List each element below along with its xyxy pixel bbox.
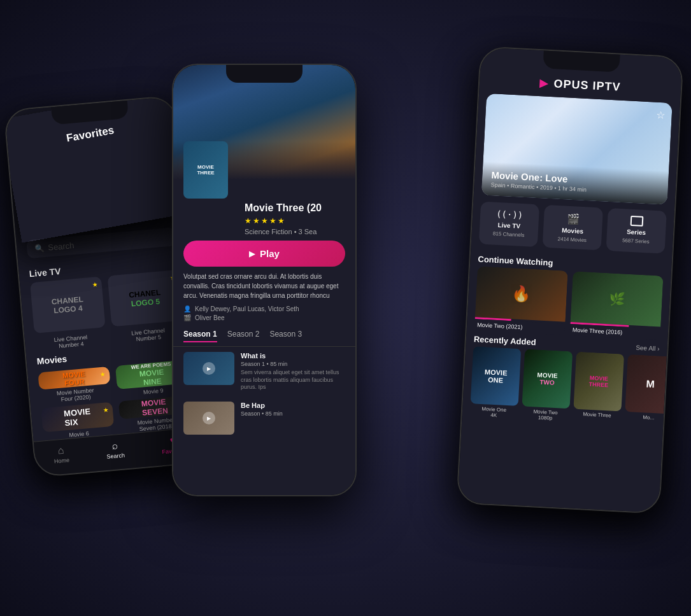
continue-card-1[interactable]: 🔥 Movie Two (2021) bbox=[474, 266, 568, 335]
play-icon: ▶ bbox=[249, 249, 255, 258]
recent-label-3: Movie Three bbox=[573, 411, 621, 419]
recent-card-4[interactable]: M Mo... bbox=[624, 354, 667, 427]
series-icon bbox=[630, 216, 644, 227]
movie-one-text: MOVIEONE bbox=[484, 368, 508, 384]
season-1-tab[interactable]: Season 1 bbox=[183, 330, 217, 342]
cat-movies-count: 2414 Movies bbox=[557, 236, 587, 243]
cat-live-tv[interactable]: ((·)) Live TV 815 Channels bbox=[479, 202, 539, 248]
ep-play-icon-1: ▶ bbox=[203, 362, 215, 375]
fire-icon: 🔥 bbox=[511, 284, 531, 304]
favorites-title: Favorites bbox=[66, 124, 115, 144]
search-nav-icon: ⌕ bbox=[111, 440, 119, 452]
fire-thumb: 🔥 bbox=[475, 266, 568, 321]
screen-center: MOVIETHREE Movie Three (20 ★ ★ ★ ★ ★ Sci… bbox=[173, 65, 355, 495]
director-text: Oliver Bee bbox=[195, 314, 225, 321]
recent-label-4: Mo... bbox=[625, 414, 667, 422]
movie-thumb-bg: MOVIETHREE bbox=[183, 141, 228, 199]
movie-m-thumb: M bbox=[625, 354, 667, 414]
nav-home[interactable]: ⌂ Home bbox=[53, 444, 70, 465]
stars-row: ★ ★ ★ ★ ★ bbox=[245, 216, 345, 225]
continue-watching-row: 🔥 Movie Two (2021) 🌿 Movie Three (2016) bbox=[467, 266, 671, 340]
channel-card-4[interactable]: ★ CHANEL LOGO 4 bbox=[30, 276, 106, 333]
season-3-tab[interactable]: Season 3 bbox=[269, 330, 302, 342]
recent-label-2: Movie Two1080p bbox=[521, 408, 569, 422]
star4: ★ bbox=[269, 216, 276, 225]
movie-description: Volutpat sed cras ornare arcu dui. At lo… bbox=[183, 272, 345, 300]
phone-opus: ▶ OPUS IPTV Movie One: Love Spain • Roma… bbox=[456, 46, 683, 514]
person-icon: 👤 bbox=[183, 305, 191, 312]
search-placeholder-text: Search bbox=[48, 241, 75, 253]
star5: ★ bbox=[278, 216, 285, 225]
movie-thumb: MOVIETHREE bbox=[183, 141, 228, 199]
recent-card-3[interactable]: MOVIETHREE Movie Three bbox=[573, 352, 624, 425]
ep-play-icon-2: ▶ bbox=[203, 412, 215, 424]
ep-info-2: Be Hap Season • 85 min bbox=[241, 402, 345, 417]
search-icon: 🔍 bbox=[34, 244, 45, 253]
aerial-thumb: 🌿 bbox=[571, 271, 664, 326]
screen-right: ▶ OPUS IPTV Movie One: Love Spain • Roma… bbox=[457, 47, 682, 513]
recently-added-title: Recently Added bbox=[474, 334, 536, 347]
star-movie4: ★ bbox=[100, 370, 106, 378]
movie-seven-text: MOVIESEVEN bbox=[141, 397, 168, 417]
ep-meta-2: Season • 85 min bbox=[241, 410, 345, 417]
movies-icon: 🎬 bbox=[567, 213, 580, 225]
recent-card-1[interactable]: MOVIEONE Movie One4K bbox=[470, 346, 522, 419]
ep-title-2: Be Hap bbox=[241, 402, 345, 409]
season-2-tab[interactable]: Season 2 bbox=[227, 330, 260, 342]
season-tabs: Season 1 Season 2 Season 3 bbox=[173, 323, 355, 347]
movie-three-thumb: MOVIETHREE bbox=[573, 352, 624, 412]
see-all-link[interactable]: See All › bbox=[636, 344, 660, 353]
category-buttons: ((·)) Live TV 815 Channels 🎬 Movies 2414… bbox=[471, 195, 674, 260]
live-tv-icon: ((·)) bbox=[496, 209, 524, 220]
cat-movies-label: Movies bbox=[562, 227, 583, 235]
episode-list: ▶ What is Season 1 • 85 min Sem viverra … bbox=[173, 347, 355, 495]
channel-logo-5: CHANEL LOGO 5 bbox=[129, 288, 162, 309]
play-button[interactable]: ▶ Play bbox=[183, 241, 345, 267]
ep-title-1: What is bbox=[241, 352, 345, 360]
aerial-icon: 🌿 bbox=[608, 291, 625, 307]
cat-movies[interactable]: 🎬 Movies 2414 Movies bbox=[543, 205, 603, 251]
movie-four-text: MOVIEFOUR bbox=[62, 370, 86, 387]
episode-item-2[interactable]: ▶ Be Hap Season • 85 min bbox=[173, 396, 355, 440]
star1: ★ bbox=[245, 216, 252, 225]
recent-card-2[interactable]: MOVIETWO Movie Two1080p bbox=[521, 349, 573, 422]
genre-text: Science Fiction • 3 Sea bbox=[245, 228, 345, 235]
ep-thumb-1: ▶ bbox=[183, 352, 234, 385]
nav-search-label: Search bbox=[106, 452, 125, 459]
featured-movie-card[interactable]: Movie One: Love Spain • Romantic • 2019 … bbox=[481, 94, 673, 205]
cast-text: Kelly Dewey, Paul Lucas, Victor Seth bbox=[195, 305, 299, 312]
ep-info-1: What is Season 1 • 85 min Sem viverra al… bbox=[241, 352, 345, 391]
director-icon: 🎬 bbox=[183, 314, 191, 321]
movie-info-section: Movie Three (20 ★ ★ ★ ★ ★ Science Fictio… bbox=[173, 179, 355, 323]
movie-title: Movie Three (20 bbox=[245, 202, 345, 214]
movie-nine-text: MOVIENINE bbox=[131, 367, 173, 388]
movie-six-text: MOVIESIX bbox=[64, 407, 92, 428]
scene: Favorites 🔍 Search Live TV ★ CHANEL LOGO… bbox=[0, 0, 691, 616]
continue-card-2[interactable]: 🌿 Movie Three (2016) bbox=[569, 271, 663, 340]
nav-home-label: Home bbox=[54, 457, 70, 465]
home-icon: ⌂ bbox=[57, 445, 64, 457]
movie-four-col: ★ MOVIEFOUR Movie NumberFour (2020) bbox=[38, 367, 111, 405]
ep-thumb-2: ▶ bbox=[183, 402, 234, 435]
cat-series[interactable]: Series 5687 Series bbox=[606, 208, 666, 254]
play-label: Play bbox=[260, 248, 280, 259]
ep-meta-1: Season 1 • 85 min bbox=[241, 361, 345, 367]
notch-center bbox=[226, 65, 303, 83]
movie-thumb-text: MOVIETHREE bbox=[194, 162, 217, 178]
cat-live-tv-count: 815 Channels bbox=[493, 231, 525, 239]
movie-one-thumb: MOVIEONE bbox=[471, 346, 522, 406]
cat-live-tv-label: Live TV bbox=[497, 221, 520, 230]
nav-search[interactable]: ⌕ Search bbox=[105, 439, 125, 459]
star-movie6: ★ bbox=[103, 406, 109, 414]
episode-item-1[interactable]: ▶ What is Season 1 • 85 min Sem viverra … bbox=[173, 347, 355, 396]
star3: ★ bbox=[261, 216, 268, 225]
featured-star-icon[interactable]: ☆ bbox=[656, 109, 666, 122]
continue-watching-title: Continue Watching bbox=[478, 254, 553, 267]
phone-movie-detail: MOVIETHREE Movie Three (20 ★ ★ ★ ★ ★ Sci… bbox=[172, 64, 357, 496]
ep-desc-1: Sem viverra aliquet eget sit amet tellus… bbox=[241, 369, 345, 391]
cat-series-label: Series bbox=[627, 228, 646, 237]
cat-series-count: 5687 Series bbox=[622, 237, 650, 244]
channel-logo-4: CHANEL LOGO 4 bbox=[51, 295, 84, 316]
recent-label-1: Movie One4K bbox=[470, 405, 518, 419]
movie-two-thumb: MOVIETWO bbox=[522, 349, 573, 409]
